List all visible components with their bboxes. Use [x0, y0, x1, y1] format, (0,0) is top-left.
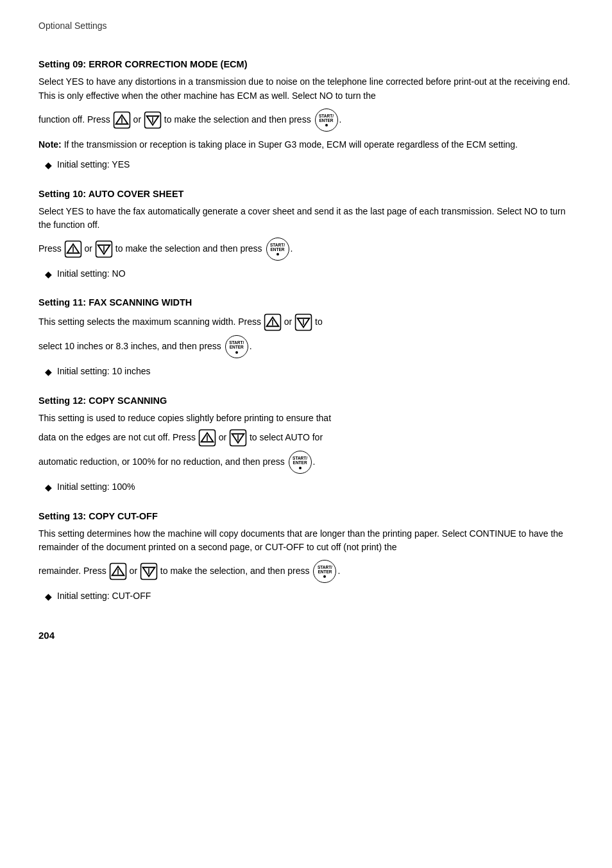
- section-11-bullet: ◆ Initial setting: 10 inches: [45, 365, 574, 378]
- section-12-title: Setting 12: COPY SCANNING: [38, 394, 574, 408]
- section-09-bullet: ◆ Initial setting: YES: [45, 158, 574, 171]
- section-13: Setting 13: COPY CUT-OFF This setting de…: [38, 510, 574, 603]
- arrow-up-icon: [113, 111, 131, 129]
- section-12-bullet: ◆ Initial setting: 100%: [45, 480, 574, 494]
- bullet-diamond-icon-5: ◆: [45, 590, 52, 603]
- arrow-down-icon-5: [140, 562, 158, 580]
- section-11-initial: Initial setting: 10 inches: [57, 365, 151, 378]
- arrow-up-icon-2: [64, 240, 82, 258]
- section-13-body: This setting determines how the machine …: [38, 527, 574, 583]
- start-enter-button-2: START/ ENTER: [266, 238, 289, 261]
- page-number: 204: [38, 629, 574, 643]
- arrow-up-icon-5: [109, 562, 127, 580]
- section-10-initial: Initial setting: NO: [57, 267, 126, 280]
- section-10-bullet: ◆ Initial setting: NO: [45, 267, 574, 281]
- section-09-body: Select YES to have any distortions in a …: [38, 75, 574, 152]
- section-11-title: Setting 11: FAX SCANNING WIDTH: [38, 296, 574, 309]
- header-label: Optional Settings: [38, 21, 107, 31]
- start-enter-button: START/ ENTER: [315, 108, 338, 132]
- note-label: Note:: [38, 139, 62, 150]
- arrow-down-icon-4: [229, 429, 247, 447]
- bullet-diamond-icon-3: ◆: [45, 365, 52, 378]
- section-09-title: Setting 09: ERROR CORRECTION MODE (ECM): [38, 58, 574, 71]
- start-enter-button-5: START/ ENTER: [313, 560, 336, 583]
- section-13-bullet: ◆ Initial setting: CUT-OFF: [45, 589, 574, 603]
- page-header: Optional Settings: [38, 19, 574, 32]
- section-09: Setting 09: ERROR CORRECTION MODE (ECM) …: [38, 58, 574, 171]
- section-11: Setting 11: FAX SCANNING WIDTH This sett…: [38, 296, 574, 378]
- arrow-down-icon-2: [95, 240, 113, 258]
- bullet-diamond-icon-2: ◆: [45, 268, 52, 281]
- section-13-title: Setting 13: COPY CUT-OFF: [38, 510, 574, 523]
- start-enter-button-4: START/ ENTER: [289, 451, 312, 474]
- section-10: Setting 10: AUTO COVER SHEET Select YES …: [38, 187, 574, 281]
- arrow-up-icon-4: [198, 429, 216, 447]
- section-12: Setting 12: COPY SCANNING This setting i…: [38, 394, 574, 494]
- arrow-down-icon: [144, 111, 162, 129]
- arrow-up-icon-3: [264, 313, 282, 331]
- section-12-initial: Initial setting: 100%: [57, 480, 135, 493]
- section-10-body: Select YES to have the fax automatically…: [38, 205, 574, 261]
- section-10-title: Setting 10: AUTO COVER SHEET: [38, 187, 574, 201]
- section-13-initial: Initial setting: CUT-OFF: [57, 589, 151, 602]
- arrow-down-icon-3: [294, 313, 312, 331]
- start-enter-button-3: START/ ENTER: [225, 335, 248, 358]
- bullet-diamond-icon: ◆: [45, 159, 52, 171]
- section-12-body: This setting is used to reduce copies sl…: [38, 412, 574, 474]
- section-09-initial: Initial setting: YES: [57, 158, 130, 171]
- section-11-body: This setting selects the maximum scannin…: [38, 313, 574, 358]
- bullet-diamond-icon-4: ◆: [45, 481, 52, 494]
